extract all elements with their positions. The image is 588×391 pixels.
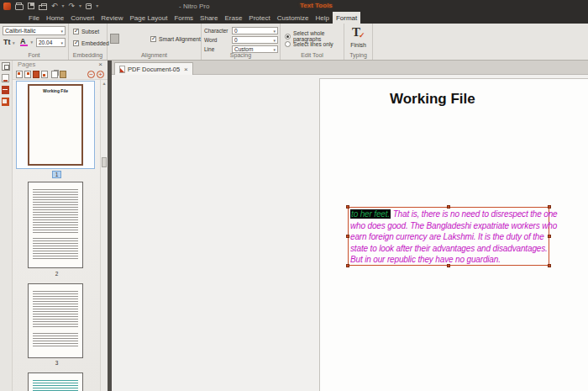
character-spacing-combo[interactable]: 0▾ (232, 27, 278, 34)
comments-panel-icon[interactable] (2, 74, 9, 82)
page-number-2: 2 (13, 271, 101, 277)
finish-button-label[interactable]: Finish (344, 42, 372, 48)
font-name-value: Calibri-Italic (5, 28, 36, 34)
align-left-button[interactable] (110, 34, 119, 44)
character-spacing-label: Character (204, 28, 228, 34)
undo-icon[interactable]: ↶ (51, 3, 58, 10)
group-label-edit-tool: Edit Tool (281, 52, 344, 58)
thumbnail-page-4[interactable] (28, 373, 83, 391)
smart-alignment-checkbox[interactable]: ✓ Smart Alignment (150, 36, 201, 42)
tab-share[interactable]: Share (197, 12, 221, 24)
tab-forms[interactable]: Forms (171, 12, 197, 24)
pages-panel-icon[interactable] (2, 62, 10, 71)
redo-icon[interactable]: ↷ (69, 3, 76, 10)
close-icon[interactable]: × (184, 66, 188, 73)
thumbnail-page-1-selected[interactable]: Working File (16, 81, 95, 169)
thumbnail-page-3[interactable] (28, 283, 83, 358)
ribbon-group-font: Calibri-Italic ▾ Tt ▾ A▾ 20.04 ▾ Font (0, 24, 69, 60)
scrollbar-thumb[interactable] (102, 157, 107, 167)
document-tab[interactable]: PDF Document-05 × (114, 62, 193, 75)
align-center-button[interactable] (120, 34, 129, 44)
scroll-up-icon[interactable]: ▴ (101, 80, 108, 87)
resize-handle[interactable] (548, 235, 551, 238)
subset-checkbox[interactable]: ✓ Subset (73, 29, 99, 34)
select-whole-paragraphs-radio[interactable]: Select whole paragraphs (285, 30, 344, 42)
save-icon[interactable] (28, 3, 34, 9)
group-label-alignment: Alignment (108, 52, 201, 58)
zoom-out-icon[interactable]: − (87, 71, 95, 78)
font-name-combo[interactable]: Calibri-Italic ▾ (3, 26, 66, 35)
copy-page-icon[interactable] (51, 71, 58, 78)
word-spacing-combo[interactable]: 0▾ (232, 36, 278, 44)
line-spacing-label: Line (204, 46, 214, 52)
thumbnail-page-2[interactable] (28, 182, 83, 268)
tab-customize[interactable]: Customize (274, 12, 312, 24)
align-justify-button[interactable] (140, 34, 150, 44)
pdf-page[interactable]: Working File to her feet. That is, there… (319, 78, 588, 391)
page-thumbnail-list: Working File 1 2 3 ▴ (13, 79, 108, 391)
print-icon[interactable] (39, 5, 47, 10)
undo-dropdown-icon[interactable]: ▾ (62, 3, 65, 8)
ribbon-tab-bar: File Home Convert Review Page Layout For… (0, 12, 588, 24)
font-size-value: 20.04 (39, 40, 52, 45)
selected-text-box[interactable]: to her feet. That is, there is no need t… (348, 207, 549, 266)
text-content: to her feet. That is, there is no need t… (349, 208, 549, 267)
select-lines-only-radio[interactable]: Select lines only (285, 41, 333, 47)
rotate-left-icon[interactable] (16, 71, 23, 78)
insert-page-icon[interactable] (41, 71, 48, 78)
embedded-checkbox[interactable]: ✓ Embedded (73, 40, 109, 46)
tab-home[interactable]: Home (43, 12, 67, 24)
ribbon-group-typing: T ✓ Finish Typing (344, 24, 373, 60)
highlighted-text: to her feet. (350, 209, 391, 219)
resize-handle[interactable] (548, 264, 551, 267)
rotate-right-icon[interactable] (24, 71, 31, 78)
resize-handle[interactable] (346, 264, 349, 267)
zoom-in-icon[interactable]: + (97, 71, 104, 78)
tab-erase[interactable]: Erase (221, 12, 245, 24)
tab-file[interactable]: File (25, 12, 43, 24)
toolbar-options-icon[interactable]: ▾ (96, 3, 98, 8)
ribbon-group-embedding: ✓ Subset ✓ Embedded Embedding (69, 24, 108, 60)
redo-dropdown-icon[interactable]: ▾ (79, 3, 81, 8)
chevron-down-icon: ▾ (30, 40, 33, 45)
resize-handle[interactable] (346, 235, 349, 238)
resize-handle[interactable] (346, 205, 349, 209)
chevron-down-icon: ▾ (60, 40, 63, 45)
text-line-4: state to look after their advantages and… (350, 243, 547, 255)
close-icon[interactable]: × (98, 61, 102, 69)
tab-protect[interactable]: Protect (245, 12, 273, 24)
signatures-panel-icon[interactable] (2, 98, 9, 106)
align-right-button[interactable] (130, 34, 139, 44)
thumbnail-page-1-title: Working File (29, 88, 81, 93)
tab-help[interactable]: Help (312, 12, 333, 24)
checkbox-icon: ✓ (150, 36, 156, 42)
window-title: - Nitro Pro (179, 3, 209, 10)
thumbnail-page-1[interactable]: Working File (28, 84, 83, 166)
resize-handle[interactable] (447, 205, 450, 209)
radio-selected-icon (285, 34, 291, 40)
tab-review[interactable]: Review (97, 12, 126, 24)
font-size-combo[interactable]: 20.04 ▾ (36, 38, 66, 47)
pages-panel-header: Pages × (13, 61, 108, 69)
text-line-1: to her feet. That is, there is no need t… (350, 209, 547, 220)
paste-page-icon[interactable] (60, 71, 66, 78)
open-file-icon[interactable] (15, 4, 24, 10)
chevron-down-icon: ▾ (273, 47, 276, 52)
resize-handle[interactable] (548, 205, 551, 209)
resize-handle[interactable] (447, 264, 450, 267)
tab-page-layout[interactable]: Page Layout (126, 12, 171, 24)
font-color-button[interactable]: A▾ (20, 37, 28, 46)
text-case-button[interactable]: Tt ▾ (3, 38, 15, 46)
bookmarks-panel-icon[interactable] (2, 86, 9, 94)
tab-convert[interactable]: Convert (67, 12, 97, 24)
check-icon: ✓ (359, 31, 365, 40)
alignment-buttons (110, 34, 150, 44)
group-label-embedding: Embedding (69, 52, 107, 58)
delete-page-icon[interactable] (33, 71, 39, 78)
tab-format-active[interactable]: Format (333, 12, 360, 24)
document-canvas[interactable]: Working File to her feet. That is, there… (112, 75, 588, 391)
thumbnail-scrollbar[interactable]: ▴ (100, 80, 108, 391)
ribbon-group-edit-tool: Select whole paragraphs Select lines onl… (281, 24, 344, 60)
quick-tool-icon[interactable] (86, 3, 92, 9)
checkbox-icon: ✓ (73, 40, 79, 46)
